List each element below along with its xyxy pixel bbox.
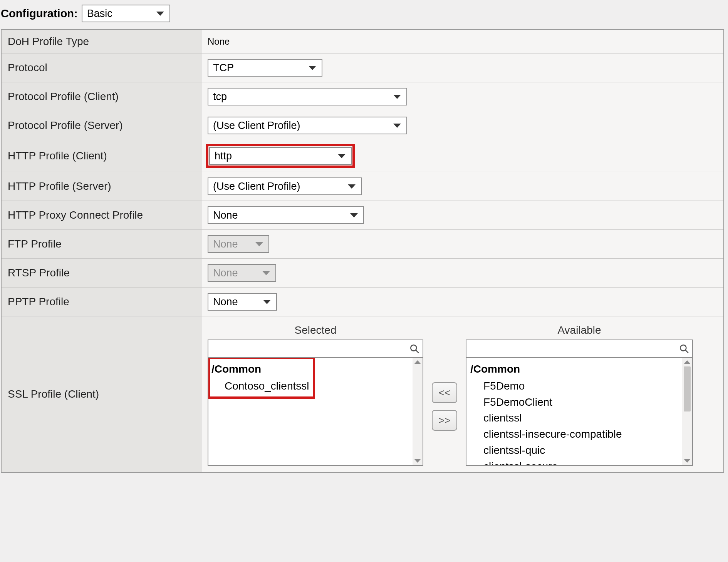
triangle-down-icon [414,459,421,463]
row-pptp-profile: PPTP Profile None [1,288,724,316]
row-protocol-profile-server: Protocol Profile (Server) (Use Client Pr… [1,111,724,140]
ftp-profile-select: None [208,235,269,253]
protocol-select[interactable]: TCP [208,59,322,77]
label-protocol-profile-server: Protocol Profile (Server) [1,111,201,140]
pptp-profile-value: None [213,296,238,308]
label-protocol: Protocol [1,54,201,82]
row-http-profile-client: HTTP Profile (Client) http [1,140,724,172]
label-pptp-profile: PPTP Profile [1,288,201,316]
available-item[interactable]: F5DemoClient [470,394,689,410]
selected-search-input[interactable] [208,340,423,357]
available-column: Available /Common F5Demo F5DemoClient [466,324,693,466]
available-scrollbar[interactable] [682,358,692,465]
selected-listbox[interactable]: /Common Contoso_clientssl [208,358,423,466]
http-profile-client-highlight: http [208,146,353,166]
configuration-table: DoH Profile Type None Protocol TCP Proto… [1,29,724,473]
triangle-down-icon [684,459,691,463]
scrollbar-thumb[interactable] [684,366,691,411]
row-ftp-profile: FTP Profile None [1,230,724,259]
available-item[interactable]: clientssl-quic [470,442,689,458]
selected-title: Selected [208,324,423,336]
selected-search[interactable] [208,340,423,358]
chevron-down-icon [393,95,401,99]
rtsp-profile-value: None [213,267,238,279]
available-item[interactable]: F5Demo [470,378,689,394]
http-profile-server-select[interactable]: (Use Client Profile) [208,177,362,195]
row-http-proxy-connect-profile: HTTP Proxy Connect Profile None [1,201,724,230]
row-http-profile-server: HTTP Profile (Server) (Use Client Profil… [1,172,724,201]
selected-column: Selected /Common Contoso_clientssl [208,324,423,466]
label-doh-profile-type: DoH Profile Type [1,30,201,54]
chevron-down-icon [348,184,356,189]
http-profile-client-select[interactable]: http [209,147,352,165]
move-buttons: << >> [432,324,457,466]
configuration-header: Configuration: Basic [1,5,724,22]
chevron-down-icon [338,154,346,158]
configuration-mode-select[interactable]: Basic [82,5,170,22]
chevron-down-icon [350,213,358,217]
available-item[interactable]: clientssl-insecure-compatible [470,426,689,442]
http-proxy-connect-profile-select[interactable]: None [208,206,364,224]
triangle-up-icon [414,360,421,364]
available-listbox[interactable]: /Common F5Demo F5DemoClient clientssl cl… [466,358,693,466]
protocol-profile-client-select[interactable]: tcp [208,88,407,105]
available-search[interactable] [466,340,693,358]
row-protocol: Protocol TCP [1,54,724,82]
move-right-label: >> [439,415,450,427]
svg-point-2 [680,345,686,351]
chevron-down-icon [156,12,164,16]
ftp-profile-value: None [213,238,238,250]
protocol-profile-client-value: tcp [213,91,227,103]
label-http-profile-server: HTTP Profile (Server) [1,172,201,201]
available-item[interactable]: clientssl-secure [470,458,689,466]
row-protocol-profile-client: Protocol Profile (Client) tcp [1,82,724,111]
label-rtsp-profile: RTSP Profile [1,259,201,288]
search-icon [409,344,419,354]
selected-items-highlight: /Common Contoso_clientssl [210,359,313,396]
doh-profile-type-text: None [208,36,230,47]
svg-line-1 [416,350,419,353]
label-http-proxy-connect-profile: HTTP Proxy Connect Profile [1,201,201,230]
protocol-profile-server-value: (Use Client Profile) [213,120,300,132]
label-ssl-profile-client: SSL Profile (Client) [1,316,201,473]
move-right-button[interactable]: >> [432,410,457,431]
selected-item[interactable]: Contoso_clientssl [211,378,309,394]
available-search-input[interactable] [466,340,692,357]
chevron-down-icon [262,271,270,275]
label-http-profile-client: HTTP Profile (Client) [1,140,201,172]
selected-scrollbar[interactable] [413,358,423,465]
http-profile-server-value: (Use Client Profile) [213,181,300,192]
row-doh-profile-type: DoH Profile Type None [1,30,724,54]
svg-point-0 [411,345,416,351]
protocol-profile-server-select[interactable]: (Use Client Profile) [208,117,407,134]
chevron-down-icon [263,300,271,304]
pptp-profile-select[interactable]: None [208,293,277,311]
available-group-header: /Common [470,360,689,378]
configuration-label: Configuration: [1,7,78,20]
configuration-mode-value: Basic [87,8,112,20]
value-doh-profile-type: None [201,30,724,54]
http-profile-client-value: http [215,150,232,162]
ssl-profile-client-dual-list: Selected /Common Contoso_clientssl [208,322,717,467]
chevron-down-icon [255,242,263,246]
label-ftp-profile: FTP Profile [1,230,201,259]
selected-group-header: /Common [211,360,309,378]
available-item[interactable]: clientssl [470,410,689,426]
rtsp-profile-select: None [208,264,276,282]
available-title: Available [466,324,693,336]
http-proxy-connect-profile-value: None [213,209,238,221]
row-ssl-profile-client: SSL Profile (Client) Selected [1,316,724,473]
chevron-down-icon [309,66,316,70]
row-rtsp-profile: RTSP Profile None [1,259,724,288]
protocol-value: TCP [213,62,234,74]
search-icon [679,344,689,354]
chevron-down-icon [393,124,401,128]
triangle-up-icon [684,360,691,364]
move-left-button[interactable]: << [432,382,457,403]
move-left-label: << [439,387,450,399]
label-protocol-profile-client: Protocol Profile (Client) [1,82,201,111]
svg-line-3 [686,350,688,353]
